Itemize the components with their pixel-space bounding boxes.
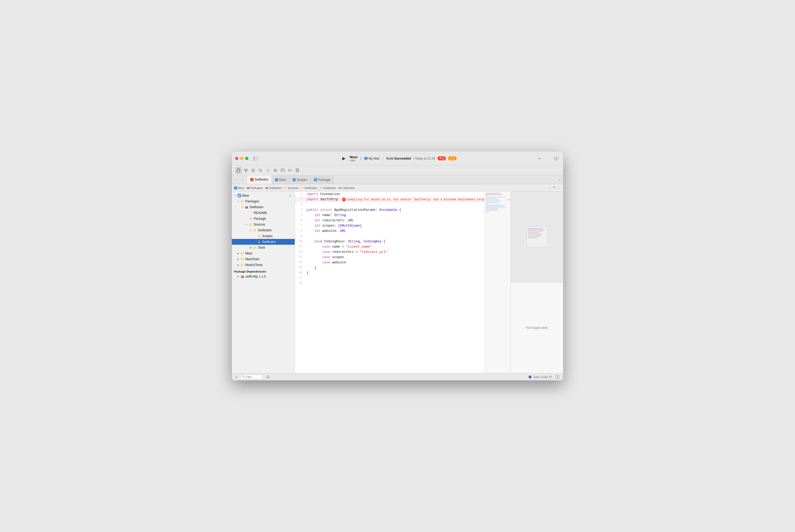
mini-line-4: [486, 196, 506, 198]
run-button[interactable]: ▶: [340, 155, 347, 162]
symbol-navigator-button[interactable]: {}: [250, 167, 257, 174]
line-code-16[interactable]: }: [304, 270, 484, 276]
file-navigator-button[interactable]: [235, 167, 242, 174]
bc-swiftodon-src[interactable]: 📁 Swiftodon: [301, 186, 317, 190]
add-button[interactable]: +: [536, 156, 543, 162]
bc-sources[interactable]: 📁 Sources: [284, 186, 298, 190]
add-tab-button[interactable]: +: [556, 175, 563, 184]
bc-sep-1: ›: [245, 186, 246, 189]
minimize-button[interactable]: [240, 157, 243, 160]
tab-nav-arrows: ‹ ›: [234, 175, 245, 184]
sidebar-item-sources[interactable]: ▾ 📁 Sources: [232, 222, 295, 227]
test-navigator-button[interactable]: [272, 167, 279, 174]
bc-sources-icon: 📁: [284, 186, 287, 190]
line-code-12[interactable]: case redirectUrl = "redirect_url": [304, 249, 484, 255]
bc-mast[interactable]: Mast: [234, 186, 244, 190]
sources-label: Sources: [254, 223, 292, 226]
line-code-13[interactable]: case scopes: [304, 255, 484, 260]
mast-project-icon: M: [237, 194, 241, 197]
warnings-navigator-button[interactable]: ⚠: [264, 167, 271, 174]
scopes-file-icon: [292, 178, 296, 182]
error-count-badge[interactable]: ✕ 2: [437, 156, 446, 160]
bc-no-selection[interactable]: No Selection: [339, 186, 355, 190]
scopes-file-icon: S: [257, 234, 261, 238]
minimap-content: [485, 192, 511, 215]
sidebar-toggle-button[interactable]: [251, 156, 259, 162]
add-item-button[interactable]: +: [234, 375, 239, 379]
sidebar-item-readme[interactable]: 📄 README: [232, 210, 295, 216]
svg-rect-2: [364, 157, 368, 159]
code-line-8: 8 let website: URL: [295, 228, 484, 234]
sidebar-item-swiftodon-pkg[interactable]: ▾ 📦 Swiftodon: [232, 204, 295, 210]
line-code-9[interactable]: [304, 234, 484, 239]
line-code-11[interactable]: case name = "client_name": [304, 244, 484, 249]
tab-mast[interactable]: Mast: [272, 175, 289, 184]
bc-packages[interactable]: 📦 Packages: [246, 186, 263, 190]
sidebar-item-mastuitests[interactable]: ▶ 📁 MastUITests: [232, 262, 295, 268]
editor-layout-button[interactable]: [554, 374, 561, 380]
bc-sep-3: ›: [282, 186, 283, 189]
bc-swiftodon-file-label: Swiftodon: [323, 186, 336, 190]
sidebar-item-tests[interactable]: ▶ 📁 Tests: [232, 245, 295, 250]
maximize-button[interactable]: [245, 157, 248, 160]
sidebar-tree: ▾ M Mast M ▾ 📁 Packages ▾ 📦: [232, 192, 295, 373]
source-control-button[interactable]: [242, 167, 249, 174]
bc-next-button[interactable]: ›: [556, 186, 561, 190]
line-code-4[interactable]: public struct AppRegistrationParams: Enc…: [304, 207, 484, 213]
build-status: Build Succeeded | Today at 21:42: [386, 157, 435, 160]
scheme-selector[interactable]: Mast main: [349, 155, 358, 162]
line-code-15[interactable]: }: [304, 265, 484, 270]
line-code-10[interactable]: enum CodingKeys: String, CodingKey {: [304, 239, 484, 244]
mini-line-14: [486, 210, 498, 211]
bc-swiftodon-pkg[interactable]: 📦 Swiftodon: [265, 186, 282, 190]
destination-label: My Mac: [369, 157, 380, 160]
filter-input[interactable]: [246, 375, 261, 379]
line-code-8[interactable]: let website: URL: [304, 228, 484, 234]
line-num-12: 12: [295, 249, 304, 255]
code-line-16: 16 }: [295, 270, 484, 276]
sidebar-item-mast-root[interactable]: ▾ M Mast M: [232, 193, 295, 198]
bc-swiftodon-file[interactable]: S Swiftodon: [320, 186, 336, 190]
line-code-17[interactable]: [304, 276, 484, 281]
line-code-6[interactable]: let redirectUrl: URL: [304, 218, 484, 223]
mast-file-icon: [275, 178, 278, 182]
sidebar-item-scopes[interactable]: S Scopes: [232, 233, 295, 239]
tab-package[interactable]: Package: [311, 175, 334, 184]
filter-options-button[interactable]: ⊕: [264, 374, 271, 380]
bc-prev-button[interactable]: ‹: [547, 186, 552, 190]
expand-packages: ▾: [236, 200, 240, 203]
find-navigator-button[interactable]: [257, 167, 264, 174]
destination-selector[interactable]: My Mac: [364, 157, 380, 160]
warning-count-badge[interactable]: ⚠ 1: [448, 156, 457, 160]
code-editor[interactable]: 1 import Foundation 2 import SwiftHttp ✕…: [295, 192, 484, 373]
sidebar-item-packages[interactable]: ▾ 📁 Packages: [232, 198, 295, 204]
bc-swiftodon-pkg-label: Swiftodon: [269, 186, 282, 190]
minimap-error-indicator: [508, 200, 509, 200]
forward-arrow[interactable]: ›: [240, 177, 245, 183]
sidebar-item-swiftodon-src[interactable]: ▾ 📁 Swiftodon: [232, 227, 295, 233]
breakpoint-navigator-button[interactable]: [287, 167, 294, 174]
swift-http-icon: 📦: [240, 275, 245, 278]
sidebar-item-mast-group[interactable]: ▶ 📁 Mast: [232, 250, 295, 256]
report-navigator-button[interactable]: [294, 167, 301, 174]
masttests-label: MastTests: [245, 257, 292, 261]
debug-navigator-button[interactable]: [279, 167, 286, 174]
filter-area[interactable]: [240, 375, 263, 379]
close-button[interactable]: [235, 157, 239, 160]
sidebar-item-swift-http[interactable]: ▶ 📦 swift-http 1.1.0: [232, 273, 295, 280]
line-code-5[interactable]: let name: String: [304, 213, 484, 218]
line-code-2[interactable]: import SwiftHttp ✕Compiling for macOS 10…: [304, 197, 484, 202]
back-arrow[interactable]: ‹: [234, 177, 239, 183]
tab-swiftodon[interactable]: Swiftodon: [247, 175, 272, 184]
tab-scopes[interactable]: Scopes: [289, 175, 311, 184]
sidebar-item-swiftodon-file[interactable]: S Swiftodon: [232, 239, 295, 245]
line-code-3[interactable]: [304, 202, 484, 207]
line-code-14[interactable]: case website: [304, 260, 484, 265]
split-view-button[interactable]: [553, 156, 560, 162]
sidebar-item-package-file[interactable]: S Package: [232, 216, 295, 222]
line-code-18[interactable]: [304, 281, 484, 286]
line-code-7[interactable]: let scopes: [OAuthScope]: [304, 223, 484, 228]
sidebar-item-masttests[interactable]: ▶ 📁 MastTests: [232, 256, 295, 262]
bc-error-indicator: ✕: [553, 186, 555, 190]
line-code-1[interactable]: import Foundation: [304, 192, 484, 197]
